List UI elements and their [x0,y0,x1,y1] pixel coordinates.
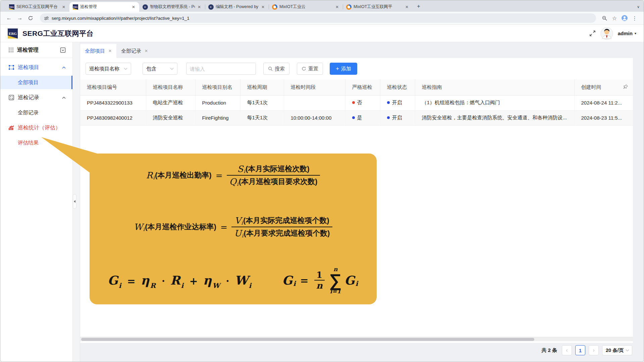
panel-toggle-icon[interactable] [60,47,66,53]
browser-tab-1[interactable]: ERG SERG工业互联网平台 ✕ [6,2,69,12]
zoom-icon[interactable] [600,14,609,22]
browser-tab-6[interactable]: MixIOT工业互联网平 ✕ [343,2,413,12]
math-var: G [282,273,292,287]
cell-guide: 消防安全巡检，主要是检查消防系统、安全通道、和各种消防设... [415,110,574,125]
cell-cycle: 每1天1次 [240,95,284,110]
formula-callout: Ri(本月巡检出勤率) = Si(本月实际巡检次数) Qi(本月巡检项目要求次数… [90,154,377,304]
tab-close-icon[interactable]: ✕ [108,49,112,53]
current-page-button[interactable]: 1 [575,345,585,355]
sidebar-group-projects[interactable]: 巡检项目 [0,61,72,74]
filter-operator-select[interactable]: 包含 [143,63,177,75]
new-tab-button[interactable]: + [415,2,423,10]
filter-keyword-input[interactable] [186,63,256,75]
filter-field-value: 巡检项目名称 [89,66,119,72]
browser-tab-title: MixIOT工业互联网平 [354,4,402,10]
sidebar-collapse-handle[interactable] [73,194,76,209]
cell-id: PPJ4843322900133 [80,95,146,110]
sidebar-group-records[interactable]: 巡检记录 [0,91,72,104]
sidebar-group-label: 巡检记录 [18,94,39,101]
url-text: serg.mixyun.com/mixapplication/#/pather/… [52,16,190,21]
user-menu[interactable]: admin ▾ [618,31,636,36]
tab-close-icon[interactable]: ✕ [261,5,265,9]
bookmark-star-icon[interactable]: ☆ [610,14,619,22]
sum-lower-limit: i=1 [330,289,341,294]
equals-sign: = [220,222,227,232]
math-sub: i [242,233,244,239]
math-sub: R [150,282,156,290]
math-var: W [234,273,248,287]
sidebar: 巡检管理 巡检项目 全部项目 巡检记录 [0,42,73,362]
scrollbar-thumb[interactable] [81,338,534,341]
tab-close-icon[interactable]: ✕ [197,5,202,9]
browser-tab-title: 巡检管理 [80,4,129,10]
sidebar-root-item[interactable]: 巡检管理 [0,42,72,58]
erg-favicon: ERG [73,4,78,10]
browser-tab-2-active[interactable]: ERG 巡检管理 ✕ [69,2,139,12]
math-var: U [234,228,241,238]
col-header-id: 巡检项目编号 [80,79,146,95]
fullscreen-icon[interactable] [589,30,596,37]
reset-button[interactable]: 重置 [297,63,323,75]
browser-menu-kebab-icon[interactable]: ⋮ [630,14,639,22]
site-settings-icon[interactable] [44,16,49,21]
add-button[interactable]: + 添加 [330,63,357,75]
browser-tab-title: SERG工业互联网平台 [16,4,59,10]
back-icon[interactable]: ← [5,14,13,22]
page-size-select[interactable]: 20 条/页 [602,345,632,355]
table-row[interactable]: PPJ4830982400012 消防安全巡检 FireFighting 每1天… [80,110,633,125]
prev-page-button[interactable]: ‹ [562,345,572,355]
horizontal-scrollbar[interactable] [80,337,633,341]
cell-strict: 否 [345,95,380,110]
pin-icon[interactable] [623,84,628,89]
table-row[interactable]: PPJ4843322900133 电站生产巡检 Production 每1天1次… [80,95,633,110]
dot-operator: · [162,275,165,287]
app-title: SERG工业互联网平台 [22,29,94,38]
col-header-timespan: 巡检时间段 [284,79,345,95]
tab-close-icon[interactable]: ✕ [405,5,409,9]
url-bar[interactable]: serg.mixyun.com/mixapplication/#/pather/… [40,13,596,23]
summation: n ∑ i=1 [329,266,342,294]
next-page-button[interactable]: › [589,345,599,355]
search-button[interactable]: 搜索 [263,63,289,75]
user-avatar[interactable] [600,27,613,40]
math-var: G [344,273,355,287]
col-header-alias: 巡检项目别名 [195,79,240,95]
fraction: Si(本月实际巡检次数) Qi(本月巡检项目要求次数) [227,163,320,188]
browser-tab-4[interactable]: ▸ 编辑文档 - Powered by MinDo ✕ [205,2,269,12]
filter-field-select[interactable]: 巡检项目名称 [86,63,131,75]
math-var: S [237,164,243,174]
math-sub: i [249,282,252,290]
chevron-down-icon: ▾ [635,32,636,35]
profile-avatar-icon[interactable] [620,14,629,22]
search-button-label: 搜索 [275,66,285,72]
tab-close-icon[interactable]: ✕ [145,49,148,53]
status-dot-blue [352,116,355,119]
col-header-created: 创建时间 [574,79,633,95]
browser-tab-5[interactable]: MixIOT工业云 ✕ [269,2,343,12]
filter-operator-value: 包含 [146,66,156,72]
mixiot-favicon [272,4,277,10]
tab-close-icon[interactable]: ✕ [61,5,66,9]
status-dot-blue [387,101,390,104]
denominator: n [314,280,325,291]
tab-all-projects[interactable]: 全部项目 ✕ [80,44,116,58]
tab-search-chevron-icon[interactable]: ∨ [637,5,640,9]
sidebar-item-all-projects[interactable]: 全部项目 [0,76,72,89]
sidebar-group-statistics[interactable]: 巡检统计（评估） [0,121,72,134]
tab-all-records[interactable]: 全部记录 ✕ [116,44,153,58]
tab-close-icon[interactable]: ✕ [335,5,339,9]
chevron-up-icon [62,97,66,99]
denominator: Qi(本月巡检项目要求次数) [227,175,320,188]
reload-icon[interactable] [26,14,35,22]
sidebar-root-label: 巡检管理 [17,47,39,54]
tab-close-icon[interactable]: ✕ [131,5,136,9]
col-header-guide: 巡检指南 [415,79,574,95]
browser-tab-3[interactable]: ▸ 智物联文档管理系统 - Powere ✕ [139,2,205,12]
browser-tab-title: MixIOT工业云 [279,4,333,10]
sidebar-group-label: 巡检项目 [18,64,39,71]
math-var: V [234,216,241,226]
forward-icon[interactable]: → [16,14,24,22]
plus-icon: + [336,65,339,72]
sidebar-item-all-records[interactable]: 全部记录 [0,106,72,119]
chevron-right-icon: › [593,347,595,354]
